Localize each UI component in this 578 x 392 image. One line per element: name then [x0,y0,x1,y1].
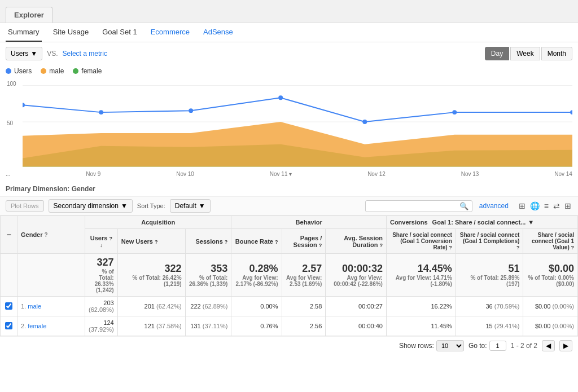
metric-dropdown[interactable]: Users ▼ [6,47,42,60]
totals-share-completions: 51 % of Total: 25.89% (197) [456,254,523,297]
totals-sessions: 353 % of Total: 26.36% (1,339) [185,254,231,297]
x-label-nov12: Nov 12 [367,171,386,177]
legend-male: male [41,67,64,75]
globe-view-icon[interactable]: 🌐 [529,200,541,212]
bounce-help: ? [275,239,278,245]
svg-point-9 [362,120,367,124]
search-input[interactable] [369,202,459,210]
plot-rows-button[interactable]: Plot Rows [6,200,44,212]
pages-help: ? [319,243,322,248]
col-header-share-rate[interactable]: Share / social connect (Goal 1 Conversio… [386,229,456,254]
time-controls: Day Week Month [485,47,572,60]
time-btn-week[interactable]: Week [510,47,540,60]
avg-help: ? [379,243,383,248]
row1-share-rate: 16.22% [386,297,456,316]
col-header-users[interactable]: Users ? ↓ [85,229,118,254]
legend-female: female [73,67,102,75]
row2-share-rate: 11.45% [386,316,456,336]
tab-ecommerce[interactable]: Ecommerce [148,23,192,42]
time-btn-day[interactable]: Day [485,47,509,60]
row2-avg-session: 00:00:40 [326,316,387,336]
x-axis: ... Nov 9 Nov 10 Nov 11 ▾ Nov 12 Nov 13 … [0,169,578,179]
row1-share-value: $0.00 (0.00%) [523,297,578,316]
goto-label: Go to: [468,342,487,350]
sort-type-dropdown[interactable]: Default ▼ [170,199,211,213]
show-rows-select[interactable]: 10 25 50 100 [436,340,464,351]
tab-goal-set-1[interactable]: Goal Set 1 [100,23,139,42]
x-label-nov10: Nov 10 [176,171,194,177]
legend-female-label: female [81,67,102,75]
col-header-share-value[interactable]: Share / social connect (Goal 1 Value) ? [523,229,578,254]
select-metric[interactable]: Select a metric [63,50,107,58]
users-dot [6,68,11,74]
row1-pages-session: 2.58 [282,297,326,316]
col-header-share-completions[interactable]: Share / social connect (Goal 1 Completio… [456,229,523,254]
share-comp-help: ? [516,245,520,250]
conversions-header: Conversions Goal 1: Share / social conne… [386,216,577,229]
next-button[interactable]: ▶ [559,340,572,351]
minus-icon: − [6,230,11,239]
chart-legend: Users male female [0,65,578,80]
share-val-help: ? [571,245,575,250]
col-header-pages-session[interactable]: Pages / Session ? [282,229,326,254]
x-label-0: ... [6,171,10,177]
table-row: 1. male 203 (62.08%) 201 (62.42%) 222 (6… [1,297,578,316]
show-rows-label: Show rows: [399,342,434,350]
list-view-icon[interactable]: ≡ [543,200,550,212]
row2-checkbox[interactable] [5,322,12,329]
col-header-avg-session[interactable]: Avg. Session Duration ? [326,229,387,254]
female-dot [73,68,78,74]
row2-gender: 2. female [17,316,85,336]
sessions-help: ? [225,239,228,245]
totals-share-value: $0.00 % of Total: 0.00% ($0.00) [523,254,578,297]
svg-marker-4 [23,122,572,167]
compare-view-icon[interactable]: ⇄ [552,200,561,212]
secondary-dimension-dropdown[interactable]: Secondary dimension ▼ [49,199,133,213]
x-label-nov9: Nov 9 [86,171,100,177]
search-icon: 🔍 [459,202,468,210]
behavior-header: Behavior [231,216,387,229]
col-header-bounce-rate[interactable]: Bounce Rate ? [231,229,282,254]
controls-row: Users ▼ VS. Select a metric Day Week Mon… [0,42,578,65]
pivot-view-icon[interactable]: ⊞ [563,200,572,212]
col-header-sessions[interactable]: Sessions ? [185,229,231,254]
advanced-link[interactable]: advanced [479,202,509,210]
row2-share-value: $0.00 (0.00%) [523,316,578,336]
legend-users-label: Users [14,67,32,75]
tab-bar: Summary Site Usage Goal Set 1 Ecommerce … [0,23,578,42]
row2-sessions: 131 (37.11%) [185,316,231,336]
controls-left: Users ▼ VS. Select a metric [6,47,107,60]
col-header-gender: Gender ? [17,216,85,254]
table-controls: Plot Rows Secondary dimension ▼ Sort Typ… [0,196,578,215]
totals-bounce-rate: 0.28% Avg for View: 2.17% (-86.92%) [231,254,282,297]
svg-point-6 [99,110,103,114]
time-btn-month[interactable]: Month [541,47,572,60]
y-label-100: 100 [7,81,16,87]
row2-gender-link[interactable]: female [28,323,46,329]
totals-users: 327 % of Total: 26.33% (1,242) [85,254,118,297]
row1-users: 203 (62.08%) [85,297,118,316]
col-header-new-users[interactable]: New Users ? [117,229,185,254]
grid-view-icon[interactable]: ⊞ [518,200,527,212]
prev-button[interactable]: ◀ [542,340,555,351]
row2-users: 124 (37.92%) [85,316,118,336]
data-table: − Gender ? Acquisition Behavior Conversi… [0,215,578,336]
tab-summary[interactable]: Summary [6,23,42,42]
goto-input[interactable] [489,341,506,351]
table-row: 2. female 124 (37.92%) 121 (37.58%) 131 … [1,316,578,336]
row2-share-completions: 15 (29.41%) [456,316,523,336]
tab-adsense[interactable]: AdSense [201,23,235,42]
row1-checkbox[interactable] [5,302,12,310]
legend-male-label: male [49,67,64,75]
explorer-tab[interactable]: Explorer [6,7,52,23]
primary-dimension: Primary Dimension: Gender [0,179,578,196]
male-dot [41,68,46,74]
row1-gender-link[interactable]: male [28,303,41,310]
vs-label: VS. [47,50,58,58]
row1-checkbox-cell [1,297,17,316]
tab-site-usage[interactable]: Site Usage [51,23,91,42]
new-users-help: ? [155,239,158,245]
acquisition-header: Acquisition [85,216,231,229]
totals-avg-session: 00:00:32 Avg for View: 00:00:42 (-22.86%… [326,254,387,297]
legend-users: Users [6,67,32,75]
